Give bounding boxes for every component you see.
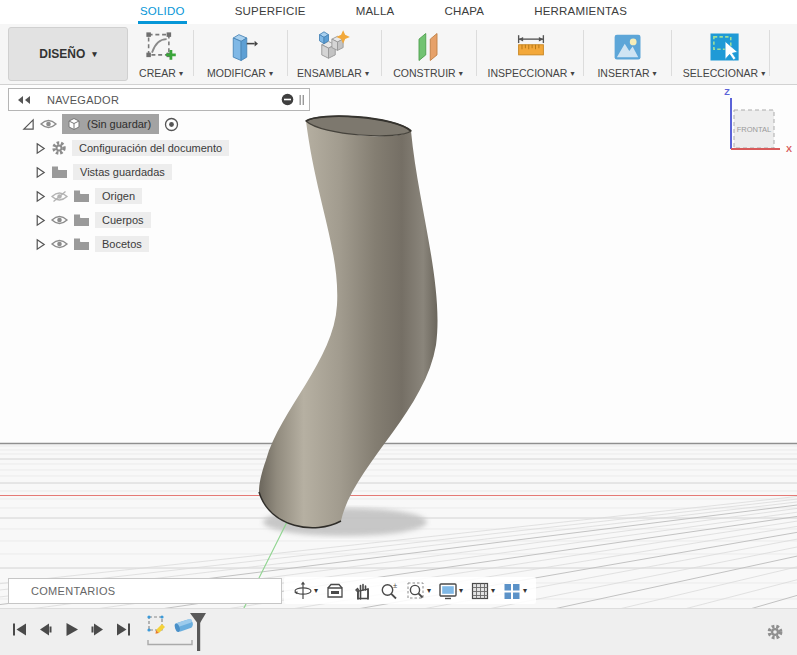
tree-item-label[interactable]: Vistas guardadas <box>73 164 172 180</box>
tree-item-label[interactable]: Origen <box>95 188 142 204</box>
toolbar-group-label: INSERTAR <box>597 67 649 79</box>
tree-row-document-settings[interactable]: Configuración del documento <box>22 136 229 160</box>
folder-icon <box>73 189 90 203</box>
chevron-down-icon: ▾ <box>459 586 463 595</box>
chevron-down-icon: ▾ <box>491 586 495 595</box>
document-pill[interactable]: (Sin guardar) <box>62 114 159 134</box>
step-forward-button[interactable] <box>90 622 105 637</box>
construct-planes-icon <box>410 27 446 67</box>
ribbon-tabbar: SOLIDO SUPERFICIE MALLA CHAPA HERRAMIENT… <box>0 0 797 24</box>
toolbar-group-inspeccionar[interactable]: INSPECCIONAR▾ <box>484 27 578 79</box>
tab-chapa[interactable]: CHAPA <box>442 0 486 24</box>
visibility-eye-icon[interactable] <box>51 238 68 250</box>
go-to-start-button[interactable] <box>12 622 27 637</box>
chevron-down-icon: ▾ <box>314 586 318 595</box>
ribbon-toolbar: DISEÑO ▾ CREAR▾ <box>0 24 797 85</box>
tree-row-sketches[interactable]: Bocetos <box>22 232 229 256</box>
look-at-button[interactable] <box>323 580 347 602</box>
tree-row-bodies[interactable]: Cuerpos <box>22 208 229 232</box>
collapsed-arrow-icon[interactable] <box>34 238 46 251</box>
pan-hand-icon <box>352 581 372 601</box>
toolbar-group-label: INSPECCIONAR <box>488 67 568 79</box>
panel-grip-icon[interactable] <box>299 94 305 106</box>
sketch-feature-icon[interactable] <box>146 614 166 636</box>
folder-icon <box>51 165 68 179</box>
tree-row-origin[interactable]: Origen <box>22 184 229 208</box>
visibility-eye-off-icon[interactable] <box>51 190 68 203</box>
tree-row-saved-views[interactable]: Vistas guardadas <box>22 160 229 184</box>
fit-zoom-window-icon <box>406 581 426 601</box>
chevron-down-icon: ▾ <box>427 586 431 595</box>
expanded-arrow-icon[interactable] <box>22 118 35 131</box>
zoom-button[interactable]: ± <box>377 580 401 602</box>
comments-label: COMENTARIOS <box>31 585 115 597</box>
collapsed-arrow-icon[interactable] <box>34 142 46 155</box>
orbit-button[interactable]: ▾ <box>291 580 320 602</box>
gear-icon <box>51 140 67 156</box>
fusion-window: SOLIDO SUPERFICIE MALLA CHAPA HERRAMIENT… <box>0 0 797 655</box>
tab-solido[interactable]: SOLIDO <box>138 0 187 24</box>
tab-malla[interactable]: MALLA <box>354 0 397 24</box>
tree-item-label[interactable]: Cuerpos <box>95 212 151 228</box>
toolbar-group-construir[interactable]: CONSTRUIR▾ <box>385 27 471 79</box>
grid-settings-icon <box>470 581 490 601</box>
design-menu-label: DISEÑO <box>39 47 85 61</box>
tab-herramientas[interactable]: HERRAMIENTAS <box>532 0 629 24</box>
viewcube[interactable]: FRONTAL Z X <box>710 86 796 162</box>
collapse-panel-icon[interactable] <box>17 95 31 105</box>
go-to-end-button[interactable] <box>116 622 131 637</box>
viewports-button[interactable]: ▾ <box>500 580 529 602</box>
collapsed-arrow-icon[interactable] <box>34 166 46 179</box>
chevron-down-icon: ▾ <box>269 69 273 78</box>
toolbar-group-insertar[interactable]: INSERTAR▾ <box>592 27 662 79</box>
component-cube-icon <box>66 116 82 132</box>
tab-superficie[interactable]: SUPERFICIE <box>233 0 308 24</box>
play-button[interactable] <box>64 622 79 637</box>
pan-button[interactable] <box>350 580 374 602</box>
timeline-group-bracket <box>147 640 193 646</box>
timeline-position-marker[interactable] <box>189 612 207 652</box>
chevron-down-icon: ▾ <box>523 586 527 595</box>
timeline-playback-controls <box>12 622 131 637</box>
visibility-eye-icon[interactable] <box>40 118 57 130</box>
chevron-down-icon: ▾ <box>365 69 369 78</box>
measure-icon <box>513 27 549 67</box>
viewcube-x-label: X <box>786 144 792 154</box>
step-back-button[interactable] <box>38 622 53 637</box>
collapsed-arrow-icon[interactable] <box>34 190 46 203</box>
grid-settings-button[interactable]: ▾ <box>468 580 497 602</box>
press-pull-icon <box>222 27 258 67</box>
collapsed-arrow-icon[interactable] <box>34 214 46 227</box>
toolbar-group-ensamblar[interactable]: ENSAMBLAR▾ <box>289 27 377 79</box>
tree-item-label[interactable]: Configuración del documento <box>72 140 229 156</box>
orbit-icon <box>293 581 313 601</box>
viewcube-z-label: Z <box>724 87 730 97</box>
display-settings-button[interactable]: ▾ <box>436 580 465 602</box>
chevron-down-icon: ▾ <box>570 69 574 78</box>
chevron-down-icon: ▾ <box>653 69 657 78</box>
visibility-eye-icon[interactable] <box>51 214 68 226</box>
activate-component-radio-icon[interactable] <box>164 117 179 132</box>
fit-button[interactable]: ▾ <box>404 580 433 602</box>
design-menu-button[interactable]: DISEÑO ▾ <box>8 27 128 81</box>
timeline-bar <box>0 608 797 655</box>
remove-panel-icon[interactable] <box>281 93 294 106</box>
display-settings-icon <box>438 581 458 601</box>
toolbar-group-seleccionar[interactable]: SELECCIONAR▾ <box>679 27 769 79</box>
svg-text:±: ± <box>393 581 397 590</box>
viewcube-face-label: FRONTAL <box>737 125 771 134</box>
sketch-create-icon <box>143 27 179 67</box>
chevron-down-icon: ▾ <box>459 69 463 78</box>
comments-panel[interactable]: COMENTARIOS <box>8 578 282 604</box>
timeline-settings-gear-icon[interactable] <box>766 623 784 641</box>
toolbar-group-label: SELECCIONAR <box>683 67 758 79</box>
toolbar-group-crear[interactable]: CREAR▾ <box>123 27 199 79</box>
tree-item-label[interactable]: Bocetos <box>95 236 149 252</box>
toolbar-group-modificar[interactable]: MODIFICAR▾ <box>197 27 283 79</box>
navigator-tree: (Sin guardar) Configuración del document… <box>22 112 229 256</box>
tree-row-document[interactable]: (Sin guardar) <box>22 112 229 136</box>
folder-icon <box>73 213 90 227</box>
navigator-panel-header[interactable]: NAVEGADOR <box>8 88 310 111</box>
toolbar-group-label: CONSTRUIR <box>393 67 455 79</box>
look-at-icon <box>325 581 345 601</box>
